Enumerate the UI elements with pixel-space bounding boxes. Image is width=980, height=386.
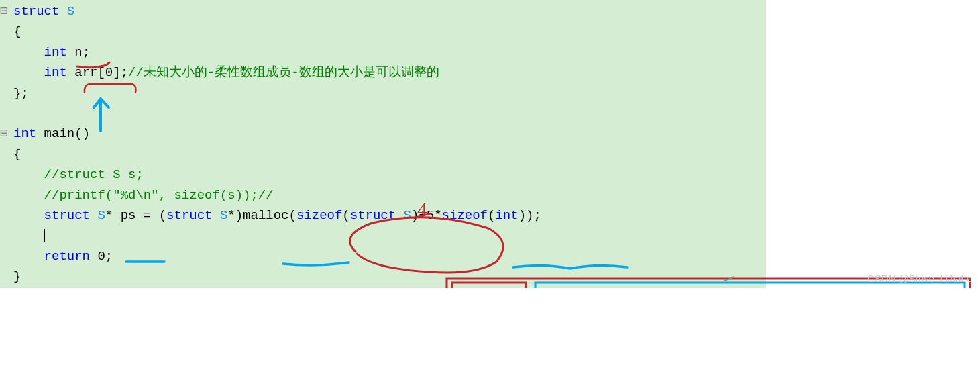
code-line: int arr[0];//未知大小的-柔性数组成员-数组的大小是可以调整的 bbox=[1, 62, 766, 83]
code-line: { bbox=[1, 144, 766, 164]
watermark: CSDN @Strive_LiJiaLe bbox=[867, 273, 972, 284]
code-line: //struct S s; bbox=[1, 164, 766, 185]
code-line: { bbox=[1, 21, 766, 42]
code-line: ⊟struct S bbox=[1, 1, 766, 21]
code-line bbox=[1, 103, 766, 124]
code-line: return 0; bbox=[1, 246, 766, 267]
code-line: struct S* ps = (struct S*)malloc(sizeof(… bbox=[1, 205, 766, 226]
code-line: //printf("%d\n", sizeof(s));// bbox=[1, 185, 766, 205]
code-line: } bbox=[1, 267, 766, 287]
code-line: }; bbox=[1, 83, 766, 103]
code-line: int n; bbox=[1, 42, 766, 62]
code-line bbox=[1, 226, 766, 246]
code-line: ⊟int main() bbox=[1, 124, 766, 144]
code-editor: ⊟struct S { int n; int arr[0];//未知大小的-柔性… bbox=[0, 0, 766, 288]
